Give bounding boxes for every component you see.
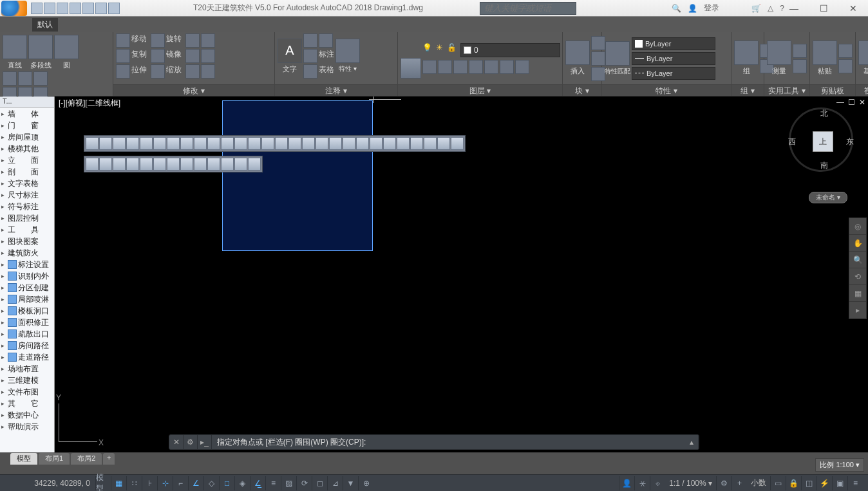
otrack-toggle-icon[interactable]: ∠̲ bbox=[250, 476, 265, 490]
panel-modify-label[interactable]: 修改 ▾ bbox=[113, 84, 274, 96]
search-icon[interactable]: 🔍 bbox=[672, 4, 681, 13]
text-button[interactable]: A文字 bbox=[278, 39, 302, 74]
layer-tool-4-icon[interactable] bbox=[469, 60, 483, 74]
ftb1-btn-1[interactable] bbox=[86, 137, 99, 150]
ftb1-btn-11[interactable] bbox=[221, 137, 234, 150]
line-button[interactable]: 直线 bbox=[3, 35, 27, 70]
ftb2-btn-5[interactable] bbox=[140, 158, 153, 171]
transparency-toggle-icon[interactable]: ▨ bbox=[281, 476, 296, 490]
ftb1-btn-10[interactable] bbox=[207, 137, 220, 150]
nav-expand-icon[interactable]: ▸ bbox=[849, 302, 866, 319]
tab-layout1[interactable]: 布局1 bbox=[39, 453, 70, 465]
viewcube-east[interactable]: 东 bbox=[846, 136, 854, 147]
tab-layout2[interactable]: 布局2 bbox=[71, 453, 102, 465]
qat-undo-icon[interactable] bbox=[95, 3, 107, 14]
ftb2-btn-13[interactable] bbox=[248, 158, 261, 171]
panel-util-label[interactable]: 实用工具 ▾ bbox=[764, 84, 809, 96]
ftb1-btn-19[interactable] bbox=[329, 137, 342, 150]
stretch-icon[interactable] bbox=[116, 64, 130, 79]
ftb1-btn-4[interactable] bbox=[126, 137, 139, 150]
ftb2-btn-10[interactable] bbox=[207, 158, 220, 171]
tab-model[interactable]: 模型 bbox=[10, 453, 37, 465]
qat-save-icon[interactable] bbox=[57, 3, 68, 14]
tree-item-1[interactable]: ▸门 窗 bbox=[0, 120, 54, 131]
ftb1-btn-2[interactable] bbox=[99, 137, 112, 150]
tree-item-23[interactable]: ▸三维建模 bbox=[0, 375, 54, 386]
cmd-close-icon[interactable]: ✕ bbox=[169, 435, 184, 449]
ftb2-btn-6[interactable] bbox=[153, 158, 166, 171]
help-search-input[interactable] bbox=[480, 2, 576, 15]
ftb1-btn-17[interactable] bbox=[302, 137, 315, 150]
a360-icon[interactable]: △ bbox=[768, 4, 773, 13]
ftb2-btn-12[interactable] bbox=[234, 158, 247, 171]
snap-toggle-icon[interactable]: ∷ bbox=[126, 476, 142, 490]
ftb1-btn-18[interactable] bbox=[316, 137, 328, 150]
dynamic-input-icon[interactable]: ⊹ bbox=[157, 476, 173, 490]
layer-props-button[interactable] bbox=[401, 39, 421, 79]
viewcube-north[interactable]: 北 bbox=[820, 108, 828, 119]
tree-item-0[interactable]: ▸墙 体 bbox=[0, 108, 54, 120]
viewcube[interactable]: 上 北 南 东 西 bbox=[786, 104, 856, 175]
tree-item-26[interactable]: ▸数据中心 bbox=[0, 409, 54, 421]
nav-pan-icon[interactable]: ✋ bbox=[849, 235, 866, 252]
circle-button[interactable]: 圆 bbox=[54, 35, 79, 70]
qat-redo-icon[interactable] bbox=[108, 3, 120, 14]
tree-item-8[interactable]: ▸符号标注 bbox=[0, 201, 54, 212]
properties-button[interactable]: 特性 ▾ bbox=[335, 39, 360, 73]
mirror-icon[interactable] bbox=[151, 49, 165, 63]
tree-item-2[interactable]: ▸房间屋顶 bbox=[0, 131, 54, 143]
ftb2-btn-9[interactable] bbox=[194, 158, 207, 171]
maximize-button[interactable]: ☐ bbox=[809, 0, 838, 17]
ftb2-btn-4[interactable] bbox=[126, 158, 139, 171]
drawing-canvas[interactable]: [-][俯视][二维线框] — ☐ ✕ X Y 上 北 南 东 bbox=[55, 97, 868, 452]
tree-item-5[interactable]: ▸剖 面 bbox=[0, 166, 54, 178]
tree-item-4[interactable]: ▸立 面 bbox=[0, 154, 54, 166]
lineweight-dropdown[interactable]: ByLayer bbox=[632, 52, 715, 65]
copy-icon[interactable] bbox=[116, 49, 130, 63]
isolate-icon[interactable]: ◫ bbox=[801, 476, 816, 490]
bulb-icon[interactable]: 💡 bbox=[422, 43, 432, 57]
tree-item-7[interactable]: ▸尺寸标注 bbox=[0, 189, 54, 201]
gizmo-icon[interactable]: ⊕ bbox=[358, 476, 373, 490]
tree-item-27[interactable]: ▸帮助演示 bbox=[0, 421, 54, 432]
ftb1-btn-14[interactable] bbox=[261, 137, 274, 150]
explode-icon[interactable] bbox=[201, 33, 215, 48]
tree-item-13[interactable]: ▸标注设置 bbox=[0, 259, 54, 270]
erase-icon[interactable] bbox=[201, 64, 215, 79]
util-2-icon[interactable] bbox=[793, 59, 807, 73]
ftb2-btn-11[interactable] bbox=[221, 158, 234, 171]
rotate-icon[interactable] bbox=[151, 33, 165, 48]
ellipse-icon[interactable] bbox=[33, 71, 48, 86]
selection-filter-icon[interactable]: ▼ bbox=[343, 476, 358, 490]
ftb1-btn-5[interactable] bbox=[140, 137, 153, 150]
panel-clip-label[interactable]: 剪贴板 bbox=[810, 84, 855, 96]
ftb2-btn-7[interactable] bbox=[167, 158, 180, 171]
customize-icon[interactable]: ≡ bbox=[847, 476, 863, 490]
sun-icon[interactable]: ☀ bbox=[436, 43, 443, 57]
tree-item-20[interactable]: ▸房间路径 bbox=[0, 340, 54, 351]
ftb1-btn-15[interactable] bbox=[275, 137, 288, 150]
nav-wheel-icon[interactable]: ◎ bbox=[849, 218, 866, 235]
ftb1-btn-24[interactable] bbox=[397, 137, 410, 150]
command-line[interactable]: ✕ ⚙ ▸_ 指定对角点或 [栏选(F) 圈围(WP) 圈交(CP)]: ▴ bbox=[169, 434, 699, 450]
color-dropdown[interactable]: ByLayer bbox=[632, 37, 715, 50]
layer-tool-7-icon[interactable] bbox=[515, 60, 529, 74]
cmd-config-icon[interactable]: ⚙ bbox=[184, 435, 198, 449]
dim-linear-icon[interactable] bbox=[303, 33, 317, 48]
model-space-button[interactable]: 模型 bbox=[95, 476, 111, 490]
tree-item-10[interactable]: ▸工 具 bbox=[0, 224, 54, 236]
table-icon[interactable] bbox=[303, 64, 317, 79]
ftb1-btn-22[interactable] bbox=[370, 137, 382, 150]
tree-item-18[interactable]: ▸面积修正 bbox=[0, 317, 54, 328]
panel-layer-label[interactable]: 图层 ▾ bbox=[398, 84, 562, 96]
array-icon[interactable] bbox=[185, 64, 200, 79]
cut-icon[interactable] bbox=[838, 44, 853, 58]
coordinates-readout[interactable]: 34229, 40289, 0 bbox=[5, 479, 95, 488]
panel-group-label[interactable]: 组 ▾ bbox=[731, 84, 764, 96]
grid-toggle-icon[interactable]: ▦ bbox=[111, 476, 126, 490]
viewcube-west[interactable]: 西 bbox=[788, 136, 796, 147]
scale-ratio-label[interactable]: 比例 1:100 ▾ bbox=[815, 458, 864, 472]
copy2-icon[interactable] bbox=[838, 59, 853, 73]
util-1-icon[interactable] bbox=[793, 44, 807, 58]
palette-header[interactable]: T... bbox=[0, 97, 54, 108]
